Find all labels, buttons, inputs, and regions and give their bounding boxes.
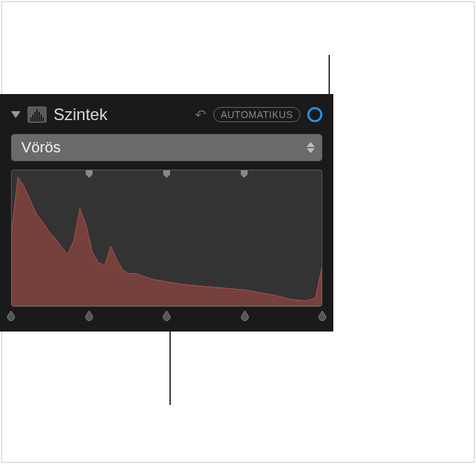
undo-icon[interactable]: ↶ xyxy=(195,106,206,123)
histogram-slider-track xyxy=(11,311,322,323)
disclosure-triangle-icon[interactable] xyxy=(11,111,21,118)
enable-toggle[interactable] xyxy=(307,107,322,122)
chevron-up-icon xyxy=(307,142,315,147)
panel-title: Szintek xyxy=(53,105,188,124)
channel-select[interactable]: Vörös xyxy=(11,134,322,161)
histogram-slider-handle[interactable] xyxy=(6,311,16,322)
panel-header: Szintek ↶ AUTOMATIKUS xyxy=(11,102,322,127)
histogram-slider-handle[interactable] xyxy=(318,311,327,322)
channel-select-label: Vörös xyxy=(21,139,60,156)
auto-button[interactable]: AUTOMATIKUS xyxy=(213,107,300,122)
histogram-chart xyxy=(12,170,322,306)
histogram-slider-handle[interactable] xyxy=(162,311,171,322)
levels-panel: Szintek ↶ AUTOMATIKUS Vörös xyxy=(0,94,333,332)
histogram xyxy=(11,170,322,307)
stepper-icon[interactable] xyxy=(307,142,315,153)
levels-icon xyxy=(27,106,47,123)
histogram-slider-handle[interactable] xyxy=(240,311,250,322)
histogram-slider-handle[interactable] xyxy=(84,311,94,322)
chevron-down-icon xyxy=(307,148,315,153)
